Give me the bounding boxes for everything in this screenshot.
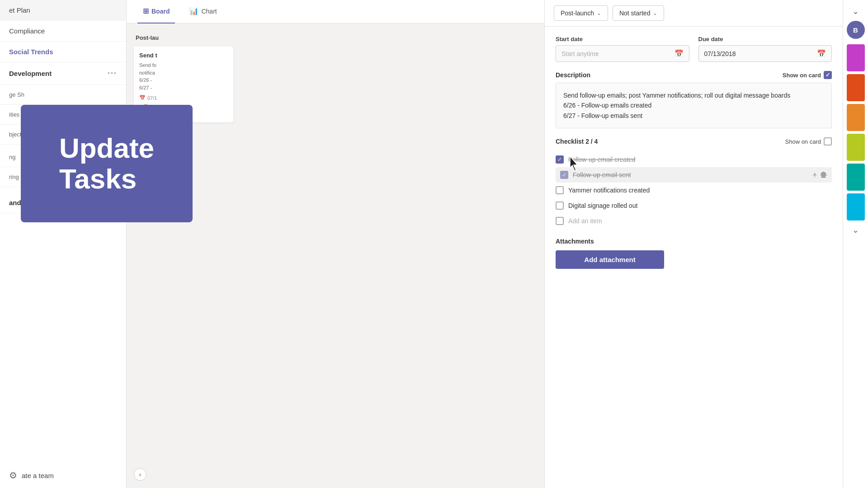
profile-avatar[interactable]: B <box>847 21 865 39</box>
scroll-up-button[interactable]: ⌄ <box>852 6 859 16</box>
checklist-checkbox-4[interactable] <box>556 202 564 210</box>
delete-icon[interactable]: 🗑 <box>820 171 827 179</box>
board-column-2 <box>241 31 340 454</box>
chart-icon: 📊 <box>189 7 198 15</box>
create-team-button[interactable]: ⚙ ate a team <box>0 463 126 488</box>
start-date-field: Start date Start anytime 📅 <box>556 36 689 62</box>
show-on-card-checklist[interactable]: Show on card <box>785 137 832 145</box>
card-date: 📅 07/1 <box>139 95 228 101</box>
checklist-item-2[interactable]: ✓ Follow-up email sent ↑ 🗑 <box>556 167 832 183</box>
sidebar-item-social-trends[interactable]: Social Trends <box>0 42 126 62</box>
due-date-field: Due date 07/13/2018 📅 <box>698 36 832 62</box>
add-item-checkbox <box>556 217 564 225</box>
color-swatch-cyan[interactable] <box>847 193 865 221</box>
cursor-pointer <box>568 155 579 172</box>
chevron-down-icon-2: ⌄ <box>653 10 657 16</box>
dropdown-post-launch[interactable]: Post-launch ⌄ <box>554 5 608 21</box>
checklist-item-4[interactable]: Digital signage rolled out <box>556 198 832 213</box>
color-swatch-orange[interactable] <box>847 104 865 131</box>
board-tab-bar: ⊞ Board 📊 Chart <box>127 0 544 23</box>
due-date-input[interactable]: 07/13/2018 📅 <box>698 45 832 62</box>
card-title: Send t <box>139 52 228 59</box>
due-calendar-icon: 📅 <box>817 49 826 58</box>
description-text: Send follow-up emails; post Yammer notif… <box>563 90 824 121</box>
due-date-value: 07/13/2018 <box>704 50 736 57</box>
chevron-down-icon: ⌄ <box>597 10 601 16</box>
show-on-card-description[interactable]: Show on card ✓ <box>783 71 832 79</box>
checklist-checkbox-1[interactable]: ✓ <box>556 155 564 164</box>
description-box[interactable]: Send follow-up emails; post Yammer notif… <box>556 83 832 128</box>
attachments-section: Attachments Add attachment <box>556 238 832 269</box>
gear-icon: ⚙ <box>9 470 17 481</box>
date-row: Start date Start anytime 📅 Due date 07/1… <box>556 36 832 62</box>
color-sidebar: ⌄ B ⌄ <box>843 0 868 488</box>
start-calendar-icon: 📅 <box>675 49 684 58</box>
left-sidebar: et Plan Compliance Social Trends Develop… <box>0 0 127 488</box>
add-attachment-button[interactable]: Add attachment <box>556 250 664 269</box>
checklist-checkbox-2[interactable]: ✓ <box>560 171 568 179</box>
checklist-item-2-actions: ↑ 🗑 <box>813 171 827 179</box>
board-icon: ⊞ <box>143 7 149 15</box>
add-item-row[interactable]: Add an item <box>556 213 832 229</box>
detail-body: Start date Start anytime 📅 Due date 07/1… <box>545 27 843 488</box>
tab-board[interactable]: ⊞ Board <box>137 0 175 23</box>
description-section-label: Description Show on card ✓ <box>556 71 832 79</box>
checklist-checkbox-3[interactable] <box>556 186 564 194</box>
show-on-card-checkbox[interactable]: ✓ <box>824 71 832 79</box>
color-swatch-red-orange[interactable] <box>847 74 865 101</box>
start-date-placeholder: Start anytime <box>561 50 599 57</box>
start-date-label: Start date <box>556 36 689 42</box>
checklist-header: Checklist 2 / 4 Show on card <box>556 137 832 145</box>
color-swatch-teal[interactable] <box>847 164 865 191</box>
start-date-input[interactable]: Start anytime 📅 <box>556 45 689 62</box>
column-header-2 <box>241 31 340 38</box>
board-column-post-launch: Post-lau Send t Send fonotifica6/26 -6/2… <box>134 31 233 454</box>
scroll-down-button[interactable]: ⌄ <box>852 225 859 235</box>
checklist-item-3[interactable]: Yammer notifications created <box>556 183 832 198</box>
color-swatch-lime[interactable] <box>847 134 865 161</box>
detail-panel-header: Post-launch ⌄ Not started ⌄ <box>545 0 843 27</box>
detail-panel: Post-launch ⌄ Not started ⌄ Start date S… <box>544 0 843 488</box>
board-main-area: ⊞ Board 📊 Chart Post-lau Send t Send fon… <box>127 0 544 488</box>
sidebar-item-ge-sh[interactable]: ge Sh <box>0 85 126 105</box>
checklist-item-1[interactable]: ✓ Follow-up email created <box>556 152 832 167</box>
board-columns-container: Post-lau Send t Send fonotifica6/26 -6/2… <box>127 23 544 461</box>
calendar-icon: 📅 <box>139 95 146 101</box>
move-up-icon[interactable]: ↑ <box>813 171 816 179</box>
scroll-left-button[interactable]: ‹ <box>134 468 146 481</box>
color-swatch-magenta[interactable] <box>847 44 865 71</box>
card-description: Send fonotifica6/26 -6/27 - <box>139 61 228 91</box>
column-header: Post-lau <box>134 31 233 45</box>
overlay-text: Update Tasks <box>59 133 154 194</box>
sidebar-item-compliance[interactable]: Compliance <box>0 21 126 42</box>
due-date-label: Due date <box>698 36 832 42</box>
sidebar-item-market-plan[interactable]: et Plan <box>0 0 126 21</box>
update-tasks-overlay: Update Tasks <box>21 105 193 222</box>
more-options-icon[interactable]: ··· <box>108 69 117 78</box>
sidebar-item-development[interactable]: Development ··· <box>0 62 126 85</box>
checklist-title: Checklist 2 / 4 <box>556 138 598 145</box>
attachments-title: Attachments <box>556 238 832 245</box>
dropdown-not-started[interactable]: Not started ⌄ <box>613 5 664 21</box>
tab-chart[interactable]: 📊 Chart <box>184 0 222 23</box>
show-on-card-checklist-checkbox[interactable] <box>824 137 832 145</box>
